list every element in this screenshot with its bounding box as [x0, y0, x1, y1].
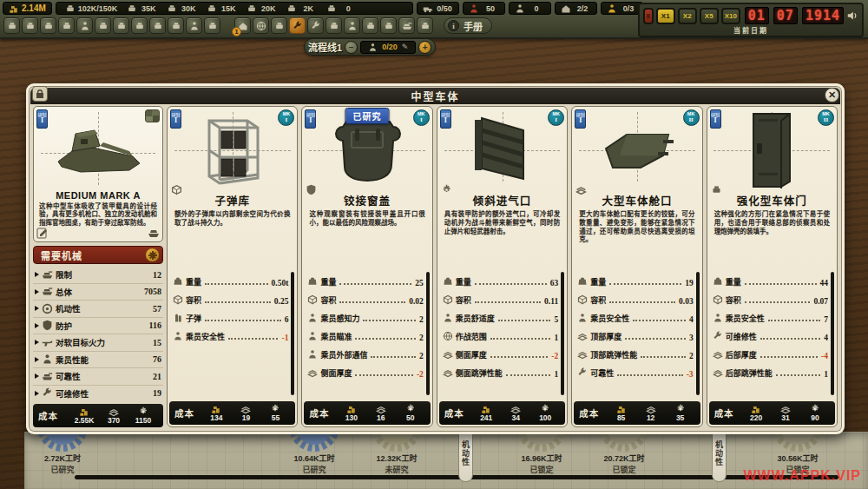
component-stats-list: 重量 0.50t 容积 0.25 子弹 6 乘员安全性 -1: [169, 270, 295, 399]
generic-icon: [384, 21, 394, 31]
research-node[interactable]: 10.64K工时 已研究: [266, 432, 362, 475]
repair-button[interactable]: [307, 17, 324, 34]
vehicle-stat-row[interactable]: 机动性 57: [33, 301, 163, 318]
stats-scrollbar[interactable]: [426, 272, 430, 395]
research-node[interactable]: 16.96K工时 已锁定: [494, 432, 589, 475]
component-stat-row: 顶部厚度 3: [577, 325, 693, 343]
dotted-leader: [776, 374, 821, 376]
medals-button[interactable]: [40, 17, 56, 34]
dotted-leader: [745, 283, 817, 285]
soldier-icon: [515, 3, 525, 14]
stats-scrollbar[interactable]: [291, 272, 294, 395]
resource-value: 102K/150K: [78, 4, 118, 13]
component-card[interactable]: 研制I MKI 已研究 铰接窗盖 这种观察窗装有铰接装甲盖且开口很小，能以最低的…: [301, 106, 432, 427]
game-screen: 2.72K工时 已研究 10.64K工时 已研究 12.32K工时 未研究 机动…: [0, 0, 868, 489]
convoy-value: 0/50: [436, 4, 453, 13]
speed-x1-button[interactable]: X1: [656, 8, 675, 24]
stats-scrollbar[interactable]: [831, 272, 834, 395]
generic-icon: [153, 21, 163, 31]
wheel-icon: [42, 303, 53, 314]
gallery-button[interactable]: [149, 17, 166, 34]
units-button[interactable]: [131, 17, 148, 34]
category-icon: [575, 184, 587, 195]
pipeline-label: 流程线1: [308, 40, 342, 54]
settings-button[interactable]: [3, 17, 20, 34]
vehicle-stat-row[interactable]: 乘员性能 76: [33, 352, 163, 369]
announcer-icon[interactable]: [846, 10, 858, 22]
factory-button[interactable]: 1: [234, 17, 251, 34]
component-card[interactable]: 研制I MKI 子弹库 额外的子弹库以内部剩余空间为代价换取了战斗持久力。 重量…: [167, 106, 298, 427]
construction-button[interactable]: [362, 17, 378, 34]
cost-item: 35: [666, 404, 695, 422]
combat-button[interactable]: [95, 17, 111, 34]
component-card[interactable]: 研制I MKI 倾斜进气口 具有装甲防护的额外进气口，可冷却发动机并为战斗舱带来…: [437, 106, 568, 427]
vehicle-card[interactable]: 研制 I: [33, 106, 163, 242]
dotted-leader: [633, 320, 686, 321]
manual-button[interactable]: i手册: [444, 17, 492, 34]
aviation-button[interactable]: [380, 17, 397, 34]
stats-scrollbar[interactable]: [561, 272, 564, 395]
soldier-icon: [470, 4, 477, 12]
watermark: WWW.APPK.VIP: [743, 468, 861, 484]
statistics-button[interactable]: [168, 17, 184, 34]
tank-icon: [42, 269, 53, 281]
vehicle-stat-row[interactable]: 可靠性 21: [33, 368, 163, 386]
pause-button[interactable]: II: [643, 8, 654, 24]
salvage-button[interactable]: [326, 17, 342, 34]
workshop-button[interactable]: [289, 17, 306, 34]
component-stat-row: 重量 63: [443, 270, 558, 288]
stats-scrollbar[interactable]: [696, 272, 700, 395]
reports-button[interactable]: [58, 17, 75, 34]
vehicle-stat-row[interactable]: 总体 7058: [33, 284, 163, 301]
plate-icon: [443, 367, 453, 378]
vehicle-stat-row[interactable]: 可维修性 19: [33, 386, 163, 402]
dotted-leader: [641, 356, 686, 358]
dotted-leader: [475, 301, 541, 303]
dotted-leader: [760, 338, 821, 340]
weight-icon: [443, 276, 453, 287]
pipeline-plus-button[interactable]: +: [418, 41, 431, 54]
toolbox-button[interactable]: [271, 17, 287, 34]
pipeline-edit-icon[interactable]: ✎: [402, 43, 409, 51]
expand-arrow-icon: [35, 373, 39, 379]
pipeline-minus-button[interactable]: −: [345, 41, 358, 54]
terrain-button[interactable]: [204, 17, 220, 34]
speed-x2-button[interactable]: X2: [678, 8, 697, 24]
speed-x5-button[interactable]: X5: [700, 8, 719, 24]
component-name: 子弹库: [169, 192, 295, 208]
manpower-value: 0: [528, 4, 545, 13]
vehicle-stat-row[interactable]: 防护 116: [33, 318, 163, 335]
vehicle-name: MEDIUM MARK A: [36, 190, 161, 201]
wrench-icon: [293, 21, 303, 31]
close-button[interactable]: ✕: [825, 88, 839, 102]
armor-button[interactable]: [398, 17, 415, 34]
camo-button[interactable]: [145, 109, 160, 122]
vehicle-stat-row[interactable]: 限制 12: [33, 267, 163, 284]
trophy-button[interactable]: [22, 17, 38, 34]
generic-icon: [7, 21, 17, 31]
dotted-leader: [228, 338, 278, 340]
vehicle-stat-row[interactable]: 对软目标火力 15: [33, 334, 163, 352]
component-card[interactable]: 研制I MKII 强化型车体门 这种强化的方形门在紧急情况下易于使用，也适合用于…: [707, 106, 838, 427]
tank-icon: [42, 371, 53, 382]
logistics-button[interactable]: [113, 17, 129, 34]
lock-icon[interactable]: [32, 86, 48, 102]
edit-blueprint-icon[interactable]: [36, 227, 49, 239]
research-node[interactable]: 20.72K工时 已锁定: [576, 432, 672, 475]
infantry-button[interactable]: [76, 17, 93, 34]
personnel-button[interactable]: [344, 17, 360, 34]
research-node[interactable]: 2.72K工时 已研究: [15, 432, 110, 475]
generic-icon: [62, 21, 72, 31]
dotted-leader: [355, 338, 416, 340]
transport-button[interactable]: [417, 17, 433, 34]
generic-icon: [365, 21, 376, 31]
world-button[interactable]: [253, 17, 269, 34]
speed-x10-button[interactable]: X10: [721, 8, 740, 24]
component-stat-row: 侧面厚度 -2: [307, 361, 423, 380]
person-icon: [713, 313, 723, 323]
component-stat-row: 作战范围 1: [443, 325, 558, 343]
officers-button[interactable]: [186, 17, 202, 34]
component-card[interactable]: 研制I MKII 大型车体舱口 更大的车体舱口配有更长的铰链，可分散重量、避免变…: [571, 106, 702, 427]
research-node[interactable]: 12.32K工时 未研究: [349, 432, 444, 475]
expand-arrow-icon: [35, 340, 39, 345]
